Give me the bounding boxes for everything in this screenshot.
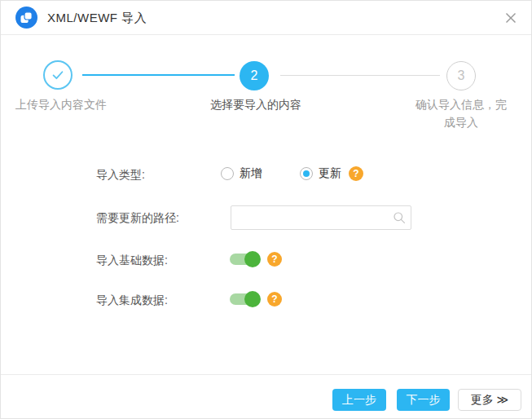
prev-step-button[interactable]: 上一步 bbox=[332, 389, 386, 411]
radio-option-add[interactable]: 新增 bbox=[221, 166, 262, 181]
radio-add-label: 新增 bbox=[240, 166, 262, 181]
radio-selected-icon bbox=[300, 167, 313, 180]
import-dialog: XML/WEWF 导入 2 3 上传导入内容文件 选择要导入的内容 确认导入信息… bbox=[0, 0, 532, 419]
import-integrated-help-icon[interactable]: ? bbox=[267, 292, 282, 307]
radio-update-label: 更新 bbox=[319, 166, 341, 181]
next-step-button[interactable]: 下一步 bbox=[397, 389, 450, 411]
import-basic-help-icon[interactable]: ? bbox=[267, 252, 282, 267]
import-basic-label: 导入基础数据: bbox=[96, 254, 168, 268]
radio-unselected-icon bbox=[221, 167, 234, 180]
radio-dot bbox=[303, 170, 310, 177]
dialog-titlebar: XML/WEWF 导入 bbox=[1, 1, 531, 35]
step-1-indicator bbox=[43, 60, 73, 90]
overlapping-shapes-glyph bbox=[20, 11, 33, 24]
import-integrated-toggle[interactable] bbox=[230, 291, 261, 307]
step-2-indicator: 2 bbox=[240, 61, 269, 90]
step-connector-completed bbox=[82, 74, 235, 76]
footer-divider bbox=[1, 374, 531, 375]
update-path-label: 需要更新的路径: bbox=[96, 211, 179, 226]
check-icon bbox=[50, 67, 66, 83]
step-3-indicator: 3 bbox=[446, 61, 476, 90]
dialog-title: XML/WEWF 导入 bbox=[47, 11, 147, 26]
import-integrated-label: 导入集成数据: bbox=[96, 293, 168, 308]
step-2-label: 选择要导入的内容 bbox=[199, 95, 313, 113]
toggle-knob bbox=[244, 291, 261, 307]
radio-option-update[interactable]: 更新 bbox=[300, 166, 341, 181]
step-3-label: 确认导入信息，完成导入 bbox=[411, 95, 511, 131]
close-icon[interactable] bbox=[502, 9, 520, 27]
step-1-label: 上传导入内容文件 bbox=[12, 95, 110, 113]
import-basic-toggle[interactable] bbox=[230, 251, 261, 267]
search-icon[interactable] bbox=[393, 211, 406, 224]
import-app-icon bbox=[15, 7, 37, 29]
step-3-number: 3 bbox=[458, 68, 465, 83]
step-connector-pending bbox=[280, 75, 440, 76]
import-type-label: 导入类型: bbox=[96, 168, 145, 183]
more-button[interactable]: 更多 ≫ bbox=[458, 389, 521, 411]
update-path-input[interactable] bbox=[231, 205, 411, 230]
import-type-help-icon[interactable]: ? bbox=[349, 166, 363, 181]
toggle-knob bbox=[244, 251, 261, 267]
step-2-number: 2 bbox=[251, 68, 258, 83]
